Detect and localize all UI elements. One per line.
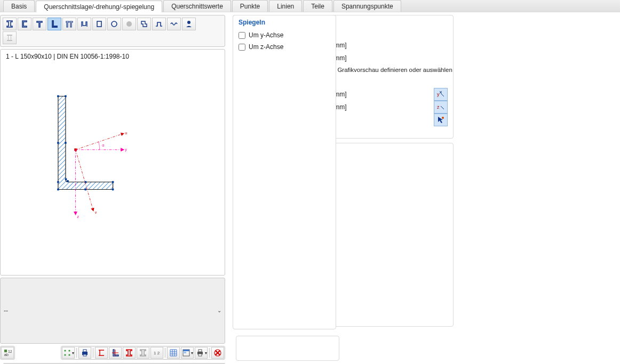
svg-rect-24 (4, 350, 7, 352)
right-column: 1 - L 150x90x10 | DIN EN 10056-1:1998-10 (0, 15, 225, 360)
pick-y-button[interactable]: y (434, 88, 448, 101)
chevron-down-icon: ⌄ (217, 308, 221, 313)
group-mirror: Spiegeln Um y-Achse Um z-Achse (233, 15, 336, 329)
svg-text:1 2 3: 1 2 3 (154, 351, 161, 355)
preview-title: 1 - L 150x90x10 | DIN EN 10056-1:1998-10 (6, 53, 129, 60)
axis-v-label: v (95, 211, 97, 214)
filter-l-section-icon[interactable] (47, 18, 61, 30)
show-nodes-button[interactable]: ▾ (62, 347, 75, 359)
filter-double-t-icon[interactable] (62, 18, 76, 30)
print-button[interactable]: ▾ (195, 347, 208, 359)
svg-rect-9 (65, 95, 67, 98)
mirror-y-label: Um y-Achse (249, 31, 283, 39)
filter-user-defined-icon[interactable] (182, 18, 196, 30)
show-dimensions-button[interactable]: 1 2 3 (150, 347, 163, 359)
tab-linien[interactable]: Linien (269, 0, 302, 12)
filter-z-section-icon[interactable] (137, 18, 151, 30)
print-preview-button[interactable] (78, 347, 91, 359)
bottom-mid-panel (236, 336, 339, 361)
svg-rect-33 (83, 354, 86, 356)
svg-rect-3 (97, 21, 101, 27)
svg-point-4 (112, 21, 117, 27)
mirror-heading: Spiegeln (239, 19, 330, 26)
svg-text:z: z (437, 104, 440, 110)
svg-rect-19 (65, 179, 67, 181)
tab-basis[interactable]: Basis (3, 0, 35, 12)
values-with-symbol-button[interactable]: 12ab (1, 347, 14, 359)
profile-filter-toolbar (0, 15, 225, 47)
axis-z-label: z (77, 215, 80, 219)
svg-point-29 (64, 354, 66, 355)
display-options-button[interactable]: ▾ (181, 347, 194, 359)
svg-rect-12 (57, 181, 59, 183)
show-profile-gray-button[interactable] (137, 347, 149, 359)
preview-canvas[interactable]: 1 - L 150x90x10 | DIN EN 10056-1:1998-10 (0, 49, 225, 276)
svg-rect-13 (57, 189, 59, 191)
svg-text:y: y (437, 92, 440, 97)
pick-z-button[interactable]: z (434, 101, 448, 114)
svg-rect-42 (198, 354, 202, 356)
svg-rect-16 (112, 181, 114, 183)
axis-y-label: y (125, 148, 127, 152)
show-profile-red-button[interactable] (123, 347, 136, 359)
svg-line-23 (76, 150, 93, 211)
show-grid-button[interactable] (167, 347, 180, 359)
mirror-z-label: Um z-Achse (249, 43, 283, 51)
tab-strip: Basis Querschnittslage/-drehung/-spiegel… (0, 0, 620, 12)
svg-text:ab: ab (4, 353, 9, 357)
svg-rect-38 (183, 350, 189, 351)
mirror-z-input[interactable] (239, 44, 245, 51)
svg-point-6 (187, 21, 190, 24)
filter-combined-icon[interactable] (3, 31, 17, 44)
svg-point-27 (64, 350, 66, 351)
dropdown-value: -- (4, 307, 8, 314)
tab-punkte[interactable]: Punkte (232, 0, 268, 12)
mirror-z-checkbox[interactable]: Um z-Achse (239, 41, 330, 53)
show-principal-axes-button[interactable] (109, 347, 122, 359)
mirror-y-checkbox[interactable]: Um y-Achse (239, 29, 330, 41)
filter-round-hollow-icon[interactable] (107, 18, 121, 30)
svg-rect-11 (65, 142, 67, 144)
filter-t-section-icon[interactable] (33, 18, 46, 30)
preview-selection-dropdown[interactable]: -- ⌄ (0, 278, 225, 344)
tab-spannungspunkte[interactable]: Spannungspunkte (333, 0, 401, 12)
filter-double-angle-icon[interactable] (77, 18, 91, 30)
svg-rect-8 (57, 95, 59, 98)
filter-corrugated-icon[interactable] (167, 18, 181, 30)
tab-querschnittslage[interactable]: Querschnittslage/-drehung/-spiegelung (36, 1, 162, 12)
pick-cursor-button[interactable] (434, 114, 448, 126)
svg-rect-32 (83, 350, 86, 352)
svg-point-28 (68, 350, 70, 351)
mirror-y-input[interactable] (239, 32, 245, 39)
svg-rect-17 (112, 189, 114, 191)
svg-point-30 (68, 354, 70, 355)
filter-rect-hollow-icon[interactable] (92, 18, 106, 30)
svg-rect-15 (85, 189, 87, 191)
tab-teile[interactable]: Teile (303, 0, 332, 12)
show-axes-button[interactable] (95, 347, 108, 359)
filter-solid-round-icon[interactable] (122, 18, 136, 30)
svg-point-2 (442, 117, 444, 119)
preview-svg: y z u v α (1, 50, 225, 275)
tab-querschnittswerte[interactable]: Querschnittswerte (163, 0, 231, 12)
alpha-label: α (102, 143, 104, 147)
filter-i-section-icon[interactable] (3, 18, 17, 30)
reset-view-button[interactable] (211, 347, 224, 359)
axis-u-label: u (125, 131, 127, 135)
filter-hat-icon[interactable] (152, 18, 166, 30)
svg-point-5 (126, 21, 132, 27)
svg-rect-41 (198, 350, 202, 352)
svg-rect-10 (57, 142, 59, 144)
filter-channel-icon[interactable] (18, 18, 31, 30)
svg-text:12: 12 (8, 350, 12, 353)
svg-rect-18 (67, 180, 69, 182)
svg-rect-39 (183, 352, 186, 353)
